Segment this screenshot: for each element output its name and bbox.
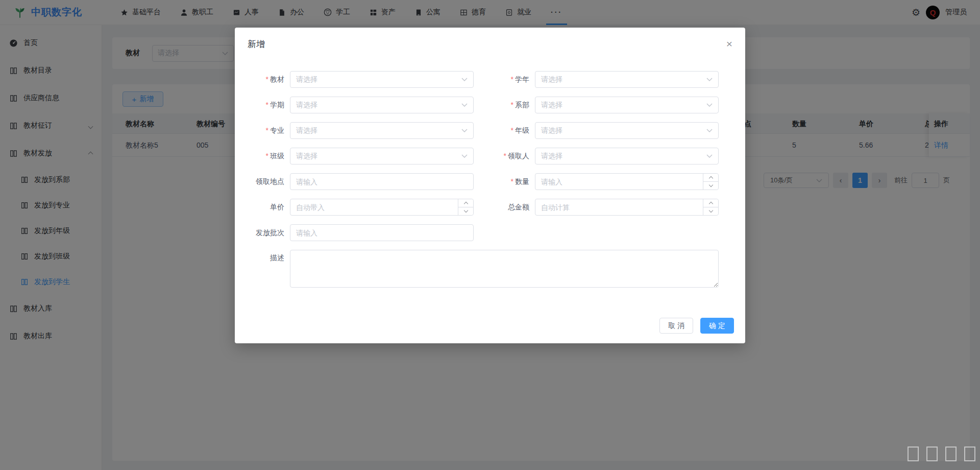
field-quantity: *数量 [486, 173, 719, 190]
pickup-location-input[interactable] [290, 173, 474, 190]
close-icon[interactable]: × [726, 38, 732, 49]
required-asterisk: * [511, 126, 513, 134]
decrease-button[interactable] [703, 207, 718, 215]
required-asterisk: * [266, 101, 268, 109]
class-select[interactable]: 请选择 [290, 148, 474, 165]
decrease-button[interactable] [703, 181, 718, 190]
add-dialog: 新增 × *教材 请选择 *学年 请选择 [235, 28, 745, 343]
decrease-button[interactable] [458, 207, 473, 215]
total-amount-input[interactable] [535, 199, 719, 216]
select-placeholder: 请选择 [541, 75, 562, 84]
field-label: *年级 [486, 126, 535, 135]
corner-square-icon[interactable] [908, 447, 919, 461]
number-spinner [703, 174, 718, 190]
chevron-down-icon [706, 78, 713, 81]
field-label: *数量 [486, 177, 535, 186]
field-batch: 发放批次 [241, 224, 474, 241]
chevron-down-icon [706, 103, 713, 107]
chevron-down-icon [461, 78, 468, 81]
select-placeholder: 请选择 [296, 152, 317, 161]
semester-select[interactable]: 请选择 [290, 97, 474, 113]
school-year-select[interactable]: 请选择 [535, 71, 719, 88]
required-asterisk: * [511, 177, 513, 185]
department-select[interactable]: 请选择 [535, 97, 719, 113]
unit-price-stepper [290, 199, 474, 216]
required-asterisk: * [504, 152, 506, 160]
number-spinner [703, 199, 718, 215]
cancel-button[interactable]: 取 消 [659, 318, 693, 334]
dialog-title: 新增 [248, 38, 265, 50]
required-asterisk: * [511, 101, 513, 109]
field-total-amount: 总金额 [486, 199, 719, 216]
batch-input[interactable] [290, 224, 474, 241]
quantity-stepper [535, 173, 719, 190]
field-recipient: *领取人 请选择 [486, 148, 719, 165]
field-class: *班级 请选择 [241, 148, 474, 165]
quantity-input[interactable] [535, 173, 719, 190]
total-amount-stepper [535, 199, 719, 216]
grid-spacer [486, 224, 719, 241]
chevron-down-icon [706, 129, 713, 132]
description-textarea[interactable] [290, 250, 719, 288]
field-label: *专业 [241, 126, 290, 135]
select-placeholder: 请选择 [296, 101, 317, 110]
field-label: *教材 [241, 75, 290, 84]
select-placeholder: 请选择 [541, 126, 562, 135]
field-grade: *年级 请选择 [486, 122, 719, 139]
field-label: *领取人 [486, 152, 535, 161]
field-label: 领取地点 [241, 177, 290, 186]
field-department: *系部 请选择 [486, 97, 719, 113]
field-major: *专业 请选择 [241, 122, 474, 139]
field-school-year: *学年 请选择 [486, 71, 719, 88]
recipient-select[interactable]: 请选择 [535, 148, 719, 165]
increase-button[interactable] [703, 199, 718, 207]
chevron-down-icon [461, 154, 468, 158]
field-label: *学年 [486, 75, 535, 84]
confirm-button[interactable]: 确 定 [700, 318, 734, 334]
required-asterisk: * [266, 75, 268, 83]
chevron-down-icon [461, 129, 468, 132]
dialog-header: 新增 × [235, 28, 745, 50]
field-label: 总金额 [486, 203, 535, 212]
unit-price-input[interactable] [290, 199, 474, 216]
major-select[interactable]: 请选择 [290, 122, 474, 139]
select-placeholder: 请选择 [296, 126, 317, 135]
app-root: 中职数字化 基础平台 教职工 人事 办公 学工 [0, 0, 980, 470]
select-placeholder: 请选择 [296, 75, 317, 84]
corner-widget [908, 447, 975, 461]
dialog-body: *教材 请选择 *学年 请选择 *学期 请选择 [235, 50, 745, 288]
select-placeholder: 请选择 [541, 152, 562, 161]
field-label: *系部 [486, 101, 535, 110]
field-label: 描述 [241, 250, 290, 263]
required-asterisk: * [266, 152, 268, 160]
chevron-down-icon [706, 154, 713, 158]
field-label: 单价 [241, 203, 290, 212]
field-pickup-location: 领取地点 [241, 173, 474, 190]
corner-square-icon[interactable] [926, 447, 938, 461]
increase-button[interactable] [703, 174, 718, 181]
required-asterisk: * [511, 75, 513, 83]
required-asterisk: * [266, 126, 268, 134]
dialog-footer: 取 消 确 定 [659, 318, 734, 334]
number-spinner [458, 199, 473, 215]
field-unit-price: 单价 [241, 199, 474, 216]
chevron-down-icon [461, 103, 468, 107]
textbook-select[interactable]: 请选择 [290, 71, 474, 88]
increase-button[interactable] [458, 199, 473, 207]
corner-square-icon[interactable] [945, 447, 957, 461]
field-description: 描述 [241, 250, 719, 288]
dialog-form: *教材 请选择 *学年 请选择 *学期 请选择 [241, 71, 745, 288]
field-textbook: *教材 请选择 [241, 71, 474, 88]
field-label: *学期 [241, 101, 290, 110]
field-semester: *学期 请选择 [241, 97, 474, 113]
field-label: *班级 [241, 152, 290, 161]
field-label: 发放批次 [241, 228, 290, 238]
select-placeholder: 请选择 [541, 101, 562, 110]
grade-select[interactable]: 请选择 [535, 122, 719, 139]
corner-square-icon[interactable] [964, 447, 975, 461]
